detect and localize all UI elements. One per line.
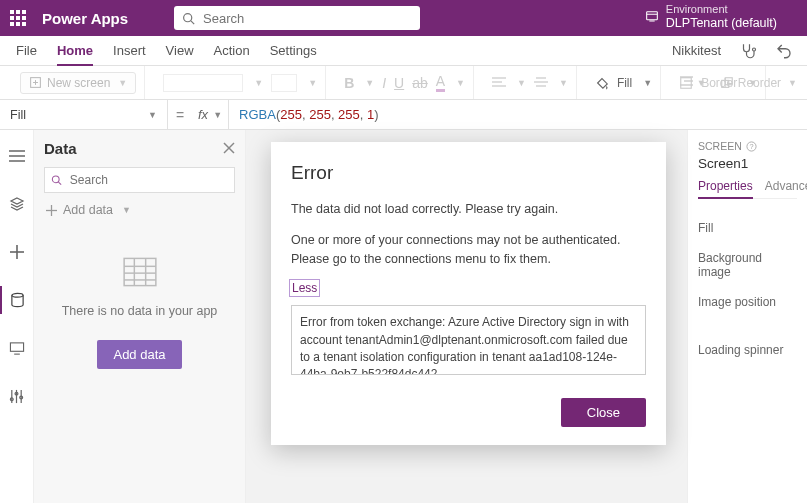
modal-overlay: Error The data did not load correctly. P… — [0, 0, 807, 503]
dialog-close-button[interactable]: Close — [561, 398, 646, 427]
dialog-title: Error — [291, 162, 646, 184]
error-dialog: Error The data did not load correctly. P… — [271, 142, 666, 445]
dialog-detail-text[interactable] — [291, 305, 646, 375]
dialog-less-toggle[interactable]: Less — [291, 281, 318, 295]
dialog-line-1: The data did not load correctly. Please … — [291, 200, 646, 219]
dialog-line-2: One or more of your connections may not … — [291, 231, 646, 269]
